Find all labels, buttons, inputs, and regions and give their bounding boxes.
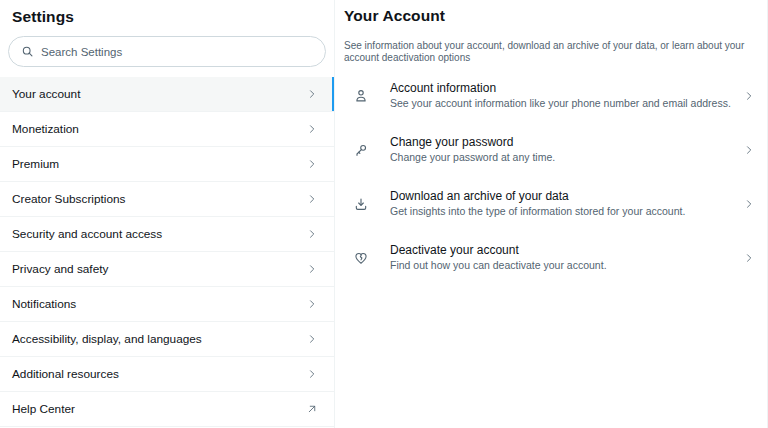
sidebar-title: Settings — [0, 0, 334, 34]
sidebar-item-label: Monetization — [12, 122, 79, 136]
search-icon — [21, 45, 34, 58]
sidebar-item-label: Notifications — [12, 297, 76, 311]
chevron-right-icon — [306, 298, 318, 310]
account-options-list: Account informationSee your account info… — [344, 81, 757, 272]
sidebar-item-accessibility-display-and-languages[interactable]: Accessibility, display, and languages — [0, 322, 334, 357]
account-option-text: Account informationSee your account info… — [390, 81, 735, 110]
chevron-right-icon — [306, 193, 318, 205]
account-option-subtitle: Get insights into the type of informatio… — [390, 205, 735, 218]
settings-sidebar: Settings Your accountMonetizationPremium… — [0, 0, 335, 428]
chevron-right-icon — [743, 90, 755, 102]
sidebar-item-notifications[interactable]: Notifications — [0, 287, 334, 322]
sidebar-item-label: Privacy and safety — [12, 262, 108, 276]
chevron-right-icon — [306, 123, 318, 135]
sidebar-item-label: Security and account access — [12, 227, 162, 241]
sidebar-item-your-account[interactable]: Your account — [0, 77, 334, 112]
settings-nav: Your accountMonetizationPremiumCreator S… — [0, 77, 334, 427]
sidebar-item-premium[interactable]: Premium — [0, 147, 334, 182]
page-title: Your Account — [344, 0, 757, 25]
account-option-text: Deactivate your accountFind out how you … — [390, 243, 735, 272]
chevron-right-icon — [306, 158, 318, 170]
sidebar-item-security-and-account-access[interactable]: Security and account access — [0, 217, 334, 252]
sidebar-item-label: Your account — [12, 87, 80, 101]
chevron-right-icon — [743, 144, 755, 156]
chevron-right-icon — [306, 263, 318, 275]
sidebar-item-help-center[interactable]: Help Center — [0, 392, 334, 427]
sidebar-item-label: Help Center — [12, 402, 75, 416]
chevron-right-icon — [306, 228, 318, 240]
your-account-panel: Your Account See information about your … — [335, 0, 768, 428]
account-option-title: Download an archive of your data — [390, 189, 735, 204]
account-option-subtitle: See your account information like your p… — [390, 97, 735, 110]
sidebar-item-creator-subscriptions[interactable]: Creator Subscriptions — [0, 182, 334, 217]
chevron-right-icon — [743, 198, 755, 210]
sidebar-item-privacy-and-safety[interactable]: Privacy and safety — [0, 252, 334, 287]
person-icon — [352, 87, 369, 104]
external-link-icon — [306, 403, 318, 415]
chevron-right-icon — [306, 88, 318, 100]
search-box[interactable] — [8, 36, 326, 67]
account-option-account-information[interactable]: Account informationSee your account info… — [344, 81, 757, 110]
account-option-title: Deactivate your account — [390, 243, 735, 258]
download-icon — [352, 195, 369, 212]
sidebar-item-label: Accessibility, display, and languages — [12, 332, 202, 346]
chevron-right-icon — [743, 252, 755, 264]
broken-heart-icon — [352, 249, 369, 266]
account-option-text: Change your passwordChange your password… — [390, 135, 735, 164]
account-option-subtitle: Change your password at any time. — [390, 151, 735, 164]
search-input[interactable] — [41, 46, 313, 58]
settings-page: Settings Your accountMonetizationPremium… — [0, 0, 768, 428]
chevron-right-icon — [306, 333, 318, 345]
account-option-download-an-archive-of-your-data[interactable]: Download an archive of your dataGet insi… — [344, 189, 757, 218]
sidebar-item-label: Additional resources — [12, 367, 119, 381]
account-option-change-your-password[interactable]: Change your passwordChange your password… — [344, 135, 757, 164]
account-option-title: Account information — [390, 81, 735, 96]
account-option-subtitle: Find out how you can deactivate your acc… — [390, 259, 735, 272]
account-option-text: Download an archive of your dataGet insi… — [390, 189, 735, 218]
sidebar-item-label: Creator Subscriptions — [12, 192, 125, 206]
page-description: See information about your account, down… — [344, 40, 757, 64]
key-icon — [352, 141, 369, 158]
account-option-title: Change your password — [390, 135, 735, 150]
search-container — [0, 34, 334, 77]
chevron-right-icon — [306, 368, 318, 380]
sidebar-item-label: Premium — [12, 157, 59, 171]
sidebar-item-additional-resources[interactable]: Additional resources — [0, 357, 334, 392]
account-option-deactivate-your-account[interactable]: Deactivate your accountFind out how you … — [344, 243, 757, 272]
sidebar-item-monetization[interactable]: Monetization — [0, 112, 334, 147]
